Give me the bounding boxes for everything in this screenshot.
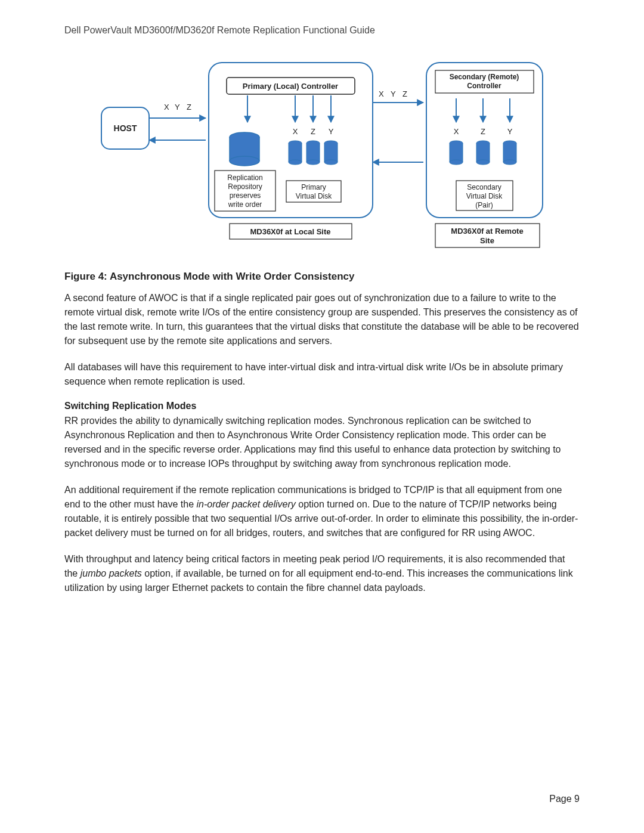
- paragraph-3: RR provides the ability to dynamically s…: [64, 414, 580, 471]
- secondary-vd-cylinders: [450, 141, 516, 165]
- svg-point-22: [450, 160, 463, 165]
- diagram-svg: HOST X Y Z Primary (Local) Controller X …: [98, 54, 546, 250]
- secondary-x: X: [454, 127, 459, 136]
- primary-vd-cylinders: [289, 141, 338, 165]
- primary-z: Z: [311, 127, 315, 136]
- figure-caption: Figure 4: Asynchronous Mode with Write O…: [64, 271, 580, 283]
- host-z: Z: [187, 103, 191, 112]
- link-y: Y: [391, 89, 396, 98]
- secondary-z: Z: [481, 127, 485, 136]
- link-x: X: [379, 89, 384, 98]
- primary-y: Y: [329, 127, 334, 136]
- term-in-order-packet-delivery: in-order packet delivery: [196, 499, 295, 509]
- paragraph-2: All databases will have this requirement…: [64, 360, 580, 389]
- svg-rect-11: [306, 143, 320, 162]
- term-jumbo-packets: jumbo packets: [80, 568, 142, 578]
- page-number: Page 9: [549, 794, 580, 804]
- host-x: X: [164, 103, 169, 112]
- svg-rect-6: [289, 143, 302, 162]
- svg-point-17: [324, 160, 338, 165]
- remote-site-line2: Site: [480, 236, 494, 245]
- subheading-switching-modes: Switching Replication Modes: [64, 401, 580, 411]
- svg-rect-26: [476, 143, 490, 162]
- primary-vd-line2: Virtual Disk: [296, 192, 332, 200]
- repo-line1: Replication: [227, 174, 262, 182]
- document-title: Dell PowerVault MD3600f/MD3620f Remote R…: [64, 25, 580, 36]
- svg-point-7: [289, 160, 302, 165]
- svg-point-27: [476, 160, 490, 165]
- secondary-vd-line2: Virtual Disk: [466, 192, 503, 200]
- document-page: Dell PowerVault MD3600f/MD3620f Remote R…: [0, 0, 644, 833]
- secondary-vd-line3: (Pair): [475, 201, 493, 209]
- secondary-ctrl-line1: Secondary (Remote): [450, 73, 519, 81]
- host-label: HOST: [114, 123, 137, 133]
- primary-x: X: [293, 127, 298, 136]
- svg-point-2: [230, 156, 259, 166]
- svg-rect-21: [450, 143, 463, 162]
- figure-diagram: HOST X Y Z Primary (Local) Controller X …: [98, 54, 546, 253]
- primary-vd-line1: Primary: [301, 183, 326, 191]
- secondary-vd-line1: Secondary: [467, 183, 501, 191]
- repo-cylinder: [230, 132, 259, 166]
- svg-rect-16: [324, 143, 338, 162]
- paragraph-1: A second feature of AWOC is that if a si…: [64, 291, 580, 348]
- svg-rect-31: [503, 143, 516, 162]
- repo-line3: preserves: [230, 191, 261, 200]
- repo-line4: write order: [228, 200, 262, 209]
- repo-line2: Repository: [228, 182, 262, 191]
- remote-site-line1: MD36X0f at Remote: [451, 227, 523, 236]
- local-site-label: MD36X0f at Local Site: [250, 227, 330, 236]
- link-z: Z: [402, 89, 407, 98]
- svg-point-12: [306, 160, 320, 165]
- secondary-y: Y: [507, 127, 513, 136]
- host-y: Y: [175, 103, 180, 112]
- secondary-ctrl-line2: Controller: [467, 82, 501, 90]
- svg-point-32: [503, 160, 516, 165]
- paragraph-5: With throughput and latency being critic…: [64, 552, 580, 595]
- primary-controller-label: Primary (Local) Controller: [243, 82, 338, 91]
- paragraph-4: An additional requirement if the remote …: [64, 483, 580, 540]
